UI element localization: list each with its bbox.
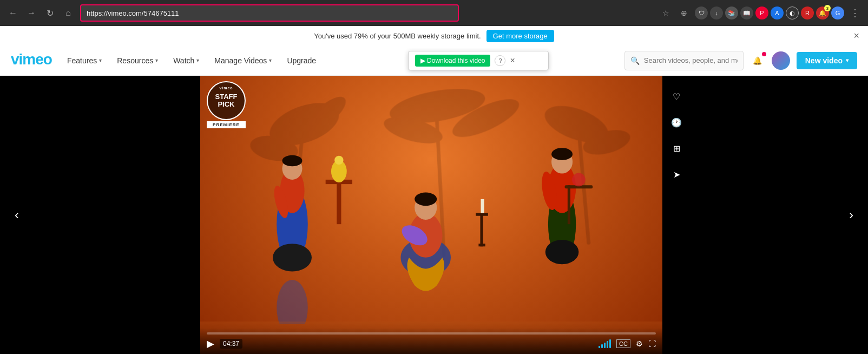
video-frame [200,76,662,354]
google-ext-icon[interactable]: G [831,6,844,19]
chevron-down-icon: ▾ [196,57,199,63]
next-video-button[interactable]: › [840,204,863,226]
staff-pick-badge: vimeo STAFFPICK PREMIERE [207,81,250,141]
svg-rect-30 [478,244,485,246]
nav-manage-videos[interactable]: Manage Videos ▾ [207,45,279,76]
svg-rect-19 [337,180,341,224]
download-help-button[interactable]: ? [495,55,505,66]
vimeo-navbar: vimeo Features ▾ Resources ▾ Watch ▾ Man… [0,45,868,76]
nav-right-section: 🔍 ▶ Download this video ? × 🔔 New video … [624,51,857,70]
forward-button[interactable]: → [24,5,39,21]
nav-features[interactable]: Features ▾ [60,45,109,76]
video-side-icons: ♡ 🕐 ⊞ ➤ [667,87,686,184]
storage-message: You've used 79% of your 500MB weekly sto… [314,32,481,40]
download-this-video-button[interactable]: ▶ Download this video [415,55,491,67]
watch-later-button[interactable]: 🕐 [667,113,686,132]
search-icon: 🔍 [630,56,640,65]
fullscreen-button[interactable]: ⛶ [648,339,656,348]
notification-badge [762,52,766,56]
svg-point-15 [282,155,303,166]
main-nav: Features ▾ Resources ▾ Watch ▾ Manage Vi… [60,45,324,76]
volume-indicator [599,339,611,348]
download-close-button[interactable]: × [510,56,515,65]
download-tooltip-container: 🔍 ▶ Download this video ? × [624,51,744,70]
play-button[interactable]: ▶ [207,338,214,350]
refresh-button[interactable]: ↻ [42,5,57,21]
new-video-button[interactable]: New video ▾ [797,52,857,69]
svg-rect-31 [481,199,484,213]
video-sidebar-right: › [662,76,868,354]
svg-point-26 [415,192,437,206]
user-avatar[interactable] [772,51,790,70]
menu-icon[interactable]: ⋮ [847,5,863,21]
video-controls: ▶ 04:37 CC ⚙ ⛶ [200,328,662,354]
address-bar[interactable]: https://vimeo.com/574675111 [80,4,459,22]
chevron-down-icon: ▾ [846,57,849,63]
chevron-down-icon: ▾ [99,57,102,63]
reader-ext-icon[interactable]: 📖 [740,6,753,19]
vol-bar-2 [601,344,603,348]
svg-point-40 [572,173,586,186]
video-scene [200,76,662,354]
history-ext-icon[interactable]: 📚 [725,6,738,19]
svg-point-17 [273,244,312,271]
url-text: https://vimeo.com/574675111 [87,9,179,17]
chevron-down-icon: ▾ [269,57,272,63]
like-button[interactable]: ♡ [667,87,686,106]
nav-upgrade[interactable]: Upgrade [279,45,324,76]
vol-bar-3 [604,343,606,348]
svg-text:vimeo: vimeo [11,51,52,67]
back-button[interactable]: ← [5,5,21,21]
svg-rect-38 [568,185,570,224]
video-player[interactable]: vimeo STAFFPICK PREMIERE ♡ 🕐 ⊞ ➤ ▶ 04:37 [200,76,662,354]
notif-ext-icon[interactable]: 🔔3 [816,6,829,19]
pocket-ext-icon[interactable]: P [755,6,768,19]
download-ext-icon[interactable]: ↓ [710,6,723,19]
search-bar[interactable]: 🔍 [624,51,744,70]
nav-resources[interactable]: Resources ▾ [109,45,166,76]
vol-bar-5 [609,339,611,348]
staff-pick-circle: vimeo STAFFPICK [207,81,246,120]
download-tooltip: ▶ Download this video ? × [408,51,549,70]
browser-nav-buttons: ← → ↻ ⌂ [5,5,76,21]
svg-rect-29 [476,213,488,215]
chevron-down-icon: ▾ [155,57,158,63]
extension-icon[interactable]: ⊕ [676,5,692,21]
staff-pick-vimeo-label: vimeo [219,86,233,90]
red-ext-icon[interactable]: R [801,6,814,19]
browser-actions: ☆ ⊕ 🛡 ↓ 📚 📖 P A ◐ R 🔔3 G ⋮ [658,5,863,21]
vimeo-logo[interactable]: vimeo [11,50,60,70]
translate-ext-icon[interactable]: A [771,6,784,19]
vol-bar-4 [607,341,608,348]
notification-bell[interactable]: 🔔 [750,53,765,68]
prev-video-button[interactable]: ‹ [5,204,28,226]
nav-watch[interactable]: Watch ▾ [166,45,207,76]
dark-ext-icon[interactable]: ◐ [786,6,799,19]
new-video-label: New video [805,56,843,65]
svg-point-22 [334,156,343,165]
staff-pick-premiere: PREMIERE [207,121,246,128]
controls-row: ▶ 04:37 CC ⚙ ⛶ [207,338,656,350]
vol-bar-1 [599,346,600,348]
captions-button[interactable]: CC [616,339,630,348]
banner-close-button[interactable]: × [853,30,859,42]
extension-icons: 🛡 ↓ 📚 📖 P A ◐ R 🔔3 G [695,6,844,19]
get-more-storage-button[interactable]: Get more storage [486,30,554,42]
time-display: 04:37 [220,339,242,349]
home-button[interactable]: ⌂ [61,5,76,21]
progress-bar[interactable] [207,332,656,335]
shield-ext-icon[interactable]: 🛡 [695,6,708,19]
svg-point-35 [551,148,573,160]
bookmark-icon[interactable]: ☆ [658,5,673,21]
collections-button[interactable]: ⊞ [667,139,686,158]
search-input[interactable] [644,56,738,64]
settings-button[interactable]: ⚙ [636,339,643,348]
browser-chrome: ← → ↻ ⌂ https://vimeo.com/574675111 ☆ ⊕ … [0,0,868,26]
video-sidebar-left: ‹ [0,76,200,354]
storage-banner: You've used 79% of your 500MB weekly sto… [0,26,868,45]
staff-pick-text: STAFFPICK [215,93,238,109]
svg-point-18 [277,280,308,324]
share-button[interactable]: ➤ [667,165,686,184]
video-figures-svg [200,102,662,324]
video-area: ‹ [0,76,868,354]
